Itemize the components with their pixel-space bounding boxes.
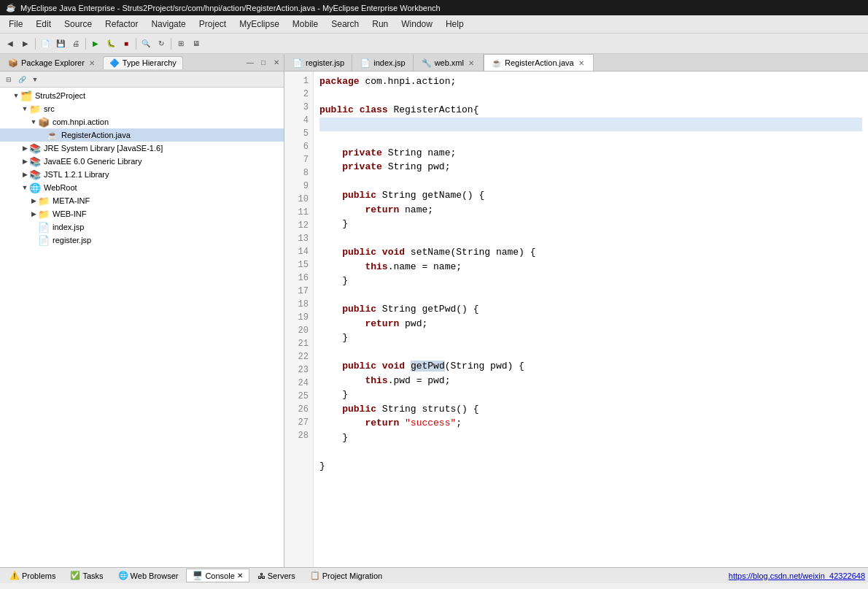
web-xml-close[interactable]: ✕ [467, 58, 476, 68]
maximize-panel-btn[interactable]: □ [257, 57, 269, 69]
lib-icon: 📚 [29, 143, 41, 154]
problems-label: Problems [22, 571, 55, 580]
list-item[interactable]: ▶ 📄 register.jsp [0, 234, 284, 247]
tb-save-btn[interactable]: 💾 [53, 36, 68, 51]
main-layout: 📦 Package Explorer ✕ 🔷 Type Hierarchy — … [0, 54, 868, 567]
console-close[interactable]: ✕ [237, 571, 243, 580]
tree-label: META-INF [53, 196, 90, 205]
menu-item-edit[interactable]: Edit [30, 17, 57, 31]
menu-item-navigate[interactable]: Navigate [145, 17, 191, 31]
status-link[interactable]: https://blog.csdn.net/weixin_42322648 [729, 571, 865, 580]
menu-item-file[interactable]: File [3, 17, 28, 31]
tree-label: JSTL 1.2.1 Library [44, 170, 109, 179]
tab-register-jsp[interactable]: 📄 register.jsp [284, 54, 352, 71]
list-item[interactable]: ▼ 🗂️ Struts2Project [0, 89, 284, 102]
menu-item-help[interactable]: Help [440, 17, 470, 31]
list-item[interactable]: ▶ 📄 index.jsp [0, 220, 284, 234]
menu-item-mobile[interactable]: Mobile [287, 17, 324, 31]
status-tab-servers[interactable]: 🖧 Servers [251, 569, 302, 582]
status-tab-console[interactable]: 🖥️ Console ✕ [186, 569, 249, 582]
editor-tab-strip: 📄 register.jsp 📄 index.jsp 🔧 web.xml ✕ ☕… [284, 54, 868, 72]
servers-icon: 🖧 [257, 571, 266, 580]
tb-sep-1 [35, 38, 36, 50]
tb-fwd-btn[interactable]: ▶ [18, 36, 33, 51]
menu-item-myeclipse[interactable]: MyEclipse [233, 17, 285, 31]
close-panel-btn[interactable]: ✕ [271, 57, 282, 69]
menu-item-window[interactable]: Window [395, 17, 438, 31]
tb-back-btn[interactable]: ◀ [3, 36, 18, 51]
tb-console-btn[interactable]: 🖥 [189, 36, 204, 51]
list-item[interactable]: ▶ 📁 WEB-INF [0, 207, 284, 220]
collapse-all-btn[interactable]: ⊟ [3, 74, 15, 85]
list-item[interactable]: ▶ 📚 JSTL 1.2.1 Library [0, 168, 284, 181]
line-numbers: 1 2 3 4 5 6 7 8 9 10 11 12 13 14 15 16 1… [284, 72, 314, 567]
menu-item-run[interactable]: Run [366, 17, 394, 31]
menu-item-source[interactable]: Source [58, 17, 98, 31]
tb-sep-3 [136, 38, 136, 50]
web-xml-icon: 🔧 [422, 58, 432, 68]
status-bar: ⚠️ Problems ✅ Tasks 🌐 Web Browser 🖥️ Con… [0, 567, 868, 583]
list-item[interactable]: ▼ 🌐 WebRoot [0, 181, 284, 194]
status-tab-web-browser[interactable]: 🌐 Web Browser [112, 569, 185, 582]
tree-label: WEB-INF [53, 209, 86, 218]
menu-item-project[interactable]: Project [193, 17, 232, 31]
problems-icon: ⚠️ [9, 571, 20, 580]
list-item[interactable]: ▼ 📦 com.hnpi.action [0, 115, 284, 128]
list-item[interactable]: ▼ 📁 src [0, 102, 284, 115]
tb-debug-btn[interactable]: 🐛 [104, 36, 118, 51]
tb-search-btn[interactable]: 🔍 [139, 36, 153, 51]
tab-register-action[interactable]: ☕ RegisterAction.java ✕ [484, 54, 594, 71]
tasks-icon: ✅ [70, 571, 80, 580]
tree-label: src [44, 104, 55, 113]
web-browser-label: Web Browser [131, 571, 179, 580]
register-jsp-label: register.jsp [306, 58, 344, 67]
pkg-explorer-close[interactable]: ✕ [88, 59, 96, 67]
tb-sep-2 [85, 38, 86, 50]
list-item[interactable]: ▶ 📚 JavaEE 6.0 Generic Library [0, 155, 284, 168]
toolbar: ◀ ▶ 📄 💾 🖨 ▶ 🐛 ■ 🔍 ↻ ⊞ 🖥 [0, 34, 868, 54]
lib-icon: 📚 [29, 156, 41, 167]
status-tab-project-migration[interactable]: 📋 Project Migration [303, 569, 390, 582]
title-bar: ☕ MyEclipse Java Enterprise - Struts2Pro… [0, 0, 868, 15]
code-editor[interactable]: 1 2 3 4 5 6 7 8 9 10 11 12 13 14 15 16 1… [284, 72, 868, 567]
tb-perspective-btn[interactable]: ⊞ [174, 36, 188, 51]
tree-panel[interactable]: ▼ 🗂️ Struts2Project ▼ 📁 src ▼ 📦 com.hnpi… [0, 88, 284, 567]
register-action-icon: ☕ [492, 58, 502, 68]
code-content[interactable]: package com.hnpi.action; public class Re… [314, 72, 868, 567]
register-action-close[interactable]: ✕ [577, 58, 586, 68]
pkg-explorer-icon: 📦 [8, 58, 18, 68]
list-item[interactable]: ▶ 📁 META-INF [0, 194, 284, 207]
editor-area: 📄 register.jsp 📄 index.jsp 🔧 web.xml ✕ ☕… [284, 54, 868, 567]
tb-stop-btn[interactable]: ■ [119, 36, 133, 51]
tab-index-jsp[interactable]: 📄 index.jsp [352, 54, 413, 71]
index-jsp-icon: 📄 [360, 58, 371, 68]
tb-ref-btn[interactable]: ↻ [154, 36, 168, 51]
jsp-icon: 📄 [38, 222, 50, 233]
menu-item-search[interactable]: Search [325, 17, 365, 31]
tab-type-hierarchy[interactable]: 🔷 Type Hierarchy [103, 56, 183, 69]
view-menu-btn[interactable]: ▼ [29, 74, 41, 85]
tab-package-explorer[interactable]: 📦 Package Explorer ✕ [1, 56, 103, 69]
web-browser-icon: 🌐 [118, 571, 128, 580]
app-icon: ☕ [6, 3, 16, 12]
left-tab-strip: 📦 Package Explorer ✕ 🔷 Type Hierarchy — … [0, 54, 284, 72]
project-migration-icon: 📋 [310, 571, 320, 580]
console-label: Console [205, 571, 234, 580]
tree-label: JavaEE 6.0 Generic Library [44, 157, 142, 166]
index-jsp-label: index.jsp [373, 58, 405, 67]
tb-run-btn[interactable]: ▶ [88, 36, 103, 51]
tb-new-btn[interactable]: 📄 [38, 36, 53, 51]
type-hier-label: Type Hierarchy [123, 58, 177, 67]
menu-item-refactor[interactable]: Refactor [99, 17, 144, 31]
tab-web-xml[interactable]: 🔧 web.xml ✕ [414, 54, 484, 71]
tree-label: register.jsp [53, 236, 91, 245]
status-tab-tasks[interactable]: ✅ Tasks [63, 569, 109, 582]
status-tab-problems[interactable]: ⚠️ Problems [3, 569, 62, 582]
link-editor-btn[interactable]: 🔗 [16, 74, 28, 85]
list-item[interactable]: ▶ ☕ RegisterAction.java [0, 128, 284, 142]
list-item[interactable]: ▶ 📚 JRE System Library [JavaSE-1.6] [0, 142, 284, 155]
project-icon: 🗂️ [20, 91, 32, 101]
left-panel: 📦 Package Explorer ✕ 🔷 Type Hierarchy — … [0, 54, 284, 567]
tb-print-btn[interactable]: 🖨 [69, 36, 83, 51]
minimize-panel-btn[interactable]: — [244, 57, 256, 69]
